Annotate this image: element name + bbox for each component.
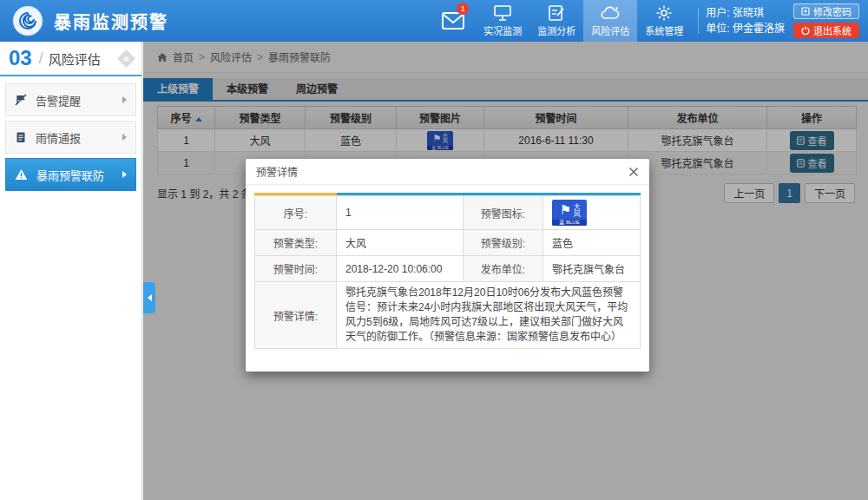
level-label: 预警级别: bbox=[464, 230, 543, 256]
user-unit: 单位: 伊金霍洛旗 bbox=[706, 21, 785, 36]
diamond-icon bbox=[117, 49, 135, 67]
seq-label: 序号: bbox=[255, 196, 337, 230]
alert-icon bbox=[15, 94, 27, 106]
messages-button[interactable]: 1 bbox=[431, 0, 476, 42]
detail-row: 预警类型: 大风 预警级别: 蓝色 bbox=[255, 230, 641, 256]
logout-button[interactable]: 退出系统 bbox=[793, 23, 859, 38]
change-password-label: 修改密码 bbox=[813, 4, 852, 18]
type-value: 大风 bbox=[337, 230, 464, 256]
gear-icon bbox=[655, 4, 673, 22]
message-count-badge: 1 bbox=[457, 3, 469, 15]
user-name: 用户: 张晓琪 bbox=[706, 5, 785, 21]
detail-label: 预警详情: bbox=[255, 282, 337, 349]
detail-row: 预警时间: 2018-12-20 10:06:00 发布单位: 鄂托克旗气象台 bbox=[255, 256, 641, 282]
chevron-right-icon bbox=[122, 134, 127, 141]
wind-blue-warning-icon: ⚑大风 蓝 BLUE bbox=[552, 200, 587, 226]
icon-value: ⚑大风 蓝 BLUE bbox=[543, 196, 641, 230]
navbar-buttons: 修改密码 退出系统 bbox=[793, 3, 859, 38]
nav-item-risk-assessment[interactable]: 风险评估 bbox=[583, 0, 637, 42]
icon-label: 预警图标: bbox=[464, 196, 543, 230]
nav-label: 实况监测 bbox=[483, 23, 522, 37]
seq-value: 1 bbox=[337, 196, 464, 230]
sidebar-header: 03 / 风险评估 bbox=[0, 42, 141, 76]
nav-label: 系统管理 bbox=[645, 23, 683, 37]
detail-text: 鄂托克旗气象台2018年12月20日10时06分发布大风蓝色预警信号：预计未来2… bbox=[337, 282, 641, 349]
top-navbar: 暴雨监测预警 1 实况监测 bbox=[0, 0, 868, 42]
sidebar: 03 / 风险评估 告警提醒 bbox=[0, 42, 142, 500]
weather-bureau-logo-icon bbox=[12, 5, 43, 36]
logout-label: 退出系统 bbox=[813, 23, 852, 37]
nav-label: 监测分析 bbox=[537, 23, 575, 37]
flag-glyph: ⚑ bbox=[560, 202, 571, 218]
sidebar-item-rainstorm-joint-defense[interactable]: 暴雨预警联防 bbox=[5, 158, 136, 191]
unit-value: 鄂托克旗气象台 bbox=[543, 256, 641, 282]
time-value: 2018-12-20 10:06:00 bbox=[337, 256, 464, 282]
monitor-icon bbox=[493, 4, 512, 22]
sidebar-item-label: 暴雨预警联防 bbox=[36, 167, 104, 183]
warning-detail-modal: 预警详情 序号: 1 预警图标: bbox=[246, 159, 649, 372]
report-icon bbox=[15, 131, 27, 143]
user-info: 用户: 张晓琪 单位: 伊金霍洛旗 bbox=[706, 5, 785, 36]
arrow-left-icon bbox=[148, 294, 152, 301]
sidebar-item-rain-report[interactable]: 雨情通报 bbox=[5, 121, 136, 154]
chevron-right-icon bbox=[122, 96, 127, 103]
detail-table-topline bbox=[254, 193, 641, 195]
nav-item-monitor-analysis[interactable]: 监测分析 bbox=[529, 0, 583, 42]
document-edit-icon bbox=[548, 4, 565, 22]
cloud-icon bbox=[600, 4, 621, 22]
level-value: 蓝色 bbox=[543, 230, 641, 256]
app-window: 暴雨监测预警 1 实况监测 bbox=[0, 0, 868, 500]
section-title: 风险评估 bbox=[49, 49, 101, 68]
nav-label: 风险评估 bbox=[591, 23, 629, 37]
key-icon bbox=[801, 7, 810, 16]
app-title: 暴雨监测预警 bbox=[54, 9, 168, 34]
modal-header: 预警详情 bbox=[246, 159, 649, 185]
envelope-icon bbox=[442, 12, 464, 30]
change-password-button[interactable]: 修改密码 bbox=[793, 3, 859, 19]
modal-body: 序号: 1 预警图标: ⚑大风 蓝 BLUE 预警类型: 大风 预警级别: 蓝色 bbox=[246, 185, 649, 349]
sidebar-menu: 告警提醒 雨情通报 bbox=[0, 76, 141, 198]
power-icon bbox=[801, 26, 810, 35]
sidebar-item-label: 告警提醒 bbox=[36, 92, 81, 109]
modal-title: 预警详情 bbox=[256, 164, 298, 179]
type-label: 预警类型: bbox=[255, 230, 337, 256]
warning-triangle-icon bbox=[15, 168, 28, 181]
time-label: 预警时间: bbox=[255, 256, 337, 282]
nav-item-system-management[interactable]: 系统管理 bbox=[637, 0, 691, 42]
sidebar-item-alert-reminder[interactable]: 告警提醒 bbox=[5, 83, 136, 116]
navbar-divider bbox=[698, 8, 699, 34]
sidebar-collapse-handle[interactable] bbox=[143, 282, 155, 313]
section-slash: / bbox=[39, 49, 43, 68]
warning-detail-table: 序号: 1 预警图标: ⚑大风 蓝 BLUE 预警类型: 大风 预警级别: 蓝色 bbox=[254, 195, 641, 349]
detail-row: 序号: 1 预警图标: ⚑大风 蓝 BLUE bbox=[255, 196, 641, 230]
section-number: 03 bbox=[9, 46, 32, 70]
chevron-right-icon bbox=[122, 171, 127, 178]
close-icon[interactable] bbox=[628, 167, 639, 177]
unit-label: 发布单位: bbox=[464, 256, 543, 282]
detail-row: 预警详情: 鄂托克旗气象台2018年12月20日10时06分发布大风蓝色预警信号… bbox=[255, 282, 641, 349]
sidebar-item-label: 雨情通报 bbox=[36, 129, 81, 146]
nav-item-realtime-monitor[interactable]: 实况监测 bbox=[476, 0, 529, 42]
